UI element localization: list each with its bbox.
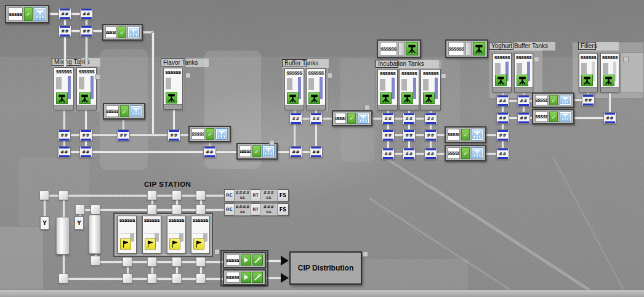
tank-widget[interactable]: ssssss [377,69,398,110]
tank-widget[interactable]: ssssss [399,69,419,110]
pipe-junction[interactable] [123,257,132,267]
tank-widget[interactable]: ssssss [306,68,326,110]
valve-node[interactable]: ## [403,113,416,124]
valve-node[interactable]: ## [403,148,416,160]
valve-node[interactable]: ## [496,129,509,141]
tank-indicator [166,78,171,89]
valve-node[interactable]: ## [517,95,530,107]
tank-widget[interactable]: ssssss [284,68,304,110]
valve-node[interactable]: ## [424,148,437,160]
tank-widget[interactable]: ssssss [514,53,533,92]
valve-node[interactable]: ## [496,148,509,160]
pipeline-control-widget[interactable]: sssssss✓ [532,109,574,124]
tank-widget[interactable]: ssssss [54,67,74,110]
pipeline-control-widget[interactable]: sssssss✓ [103,103,145,120]
alarm-flag-icon [145,238,156,250]
valve-node[interactable]: ## [80,25,93,37]
cip-tank-widget[interactable]: ssssss [118,216,137,254]
pipe-junction[interactable] [58,190,68,200]
widget-tag-label: sssssss [535,95,548,105]
pipe-junction[interactable] [147,205,157,214]
pipe-junction[interactable] [196,257,206,267]
y-valve[interactable]: Y [74,216,84,230]
agitator-control-widget[interactable]: ssssss [445,39,488,58]
cip-supply-widget[interactable]: sssssss [223,269,266,285]
valve-label: ## [425,130,437,140]
pipe-junction[interactable] [91,256,100,266]
valve-node[interactable]: ## [382,129,395,141]
valve-node[interactable]: ## [289,146,302,158]
valve-node[interactable]: ## [310,146,323,158]
cip-supply-widget[interactable]: sssssss [223,252,266,268]
group-label-tab [489,42,513,50]
cip-distribution-box[interactable]: CIP Distribution [289,251,362,285]
valve-node[interactable]: ## [403,129,416,141]
valve-node[interactable]: ## [496,95,509,107]
agitator-icon [603,75,614,86]
valve-node[interactable]: ## [58,146,71,158]
y-valve[interactable]: Y [40,216,49,230]
pipe-junction[interactable] [196,274,206,283]
pipe-junction[interactable] [172,257,182,267]
pipe-junction[interactable] [172,274,182,283]
check-icon: ✓ [549,95,558,105]
tank-widget[interactable]: ssssss [421,69,441,110]
pipeline-control-widget[interactable]: sssssss✓ [445,145,486,161]
valve-node[interactable]: ## [79,146,92,158]
flow-arrow-icon [281,273,289,283]
valve-label: ## [59,9,71,19]
valve-node[interactable]: ## [310,113,323,124]
valve-label: ## [290,147,302,157]
valve-node[interactable]: ## [58,8,71,20]
pipe-junction[interactable] [147,190,157,200]
valve-node[interactable]: ## [424,113,437,124]
pipe-junction[interactable] [172,205,182,214]
tank-widget[interactable]: ssssss [600,53,619,92]
pipeline-control-widget[interactable]: sssssss✓ [445,126,486,143]
valve-node[interactable]: ## [58,129,71,141]
pipe-junction[interactable] [58,274,68,283]
pipeline-control-widget[interactable]: sssssss✓ [332,110,372,126]
valve-node[interactable]: ## [167,129,180,141]
valve-node[interactable]: ## [382,113,395,124]
tank-indicator [308,78,314,90]
tank-widget[interactable]: ssssss [493,53,512,92]
valve-node[interactable]: ## [80,8,93,20]
cip-tank-widget[interactable]: ssssss [191,216,210,254]
valve-node[interactable]: ## [203,146,216,158]
cip-tank-widget[interactable]: ssssss [142,216,161,254]
tank-widget[interactable]: ssssss [579,53,598,92]
valve-node[interactable]: ## [289,113,302,124]
pipeline-control-widget[interactable]: sssssss✓ [5,5,49,23]
alarm-flag-icon [193,238,204,250]
pipe-junction[interactable] [123,274,132,283]
pipe-junction[interactable] [172,190,182,200]
pipe-junction[interactable] [75,205,85,214]
cip-timer-widget[interactable]: RC#### ssRT### ssFS [224,203,289,216]
valve-node[interactable]: ## [582,94,595,106]
cip-tank-widget[interactable]: ssssss [167,216,186,254]
tank-widget[interactable]: ssssss [76,67,97,110]
tank-widget[interactable]: ssssss [163,68,183,110]
valve-node[interactable]: ## [603,112,616,124]
agitator-control-widget[interactable]: ssssss [377,39,421,58]
pipeline-control-widget[interactable]: sssssss✓ [532,92,574,108]
pipe-junction[interactable] [147,257,157,267]
valve-node[interactable]: ## [382,148,395,160]
valve-node[interactable]: ## [424,129,437,141]
pipe-junction[interactable] [147,274,157,283]
valve-node[interactable]: ## [117,129,130,141]
pipeline-control-widget[interactable]: sssssss✓ [102,24,143,41]
pipe-junction[interactable] [196,190,206,200]
valve-node[interactable]: ## [517,112,530,124]
pipe-junction[interactable] [196,205,206,214]
pipe-junction[interactable] [39,190,49,200]
pipeline-control-widget[interactable]: sssssss✓ [236,143,278,160]
valve-node[interactable]: ## [58,25,71,37]
tank-tag-label: ssssss [421,70,440,78]
cip-timer-widget[interactable]: RC#### ssRT### ssFS [224,189,289,201]
pipe-junction[interactable] [91,205,100,214]
valve-node[interactable]: ## [496,112,509,124]
valve-node[interactable]: ## [79,129,92,141]
pipeline-control-widget[interactable]: sssssss✓ [188,126,231,142]
